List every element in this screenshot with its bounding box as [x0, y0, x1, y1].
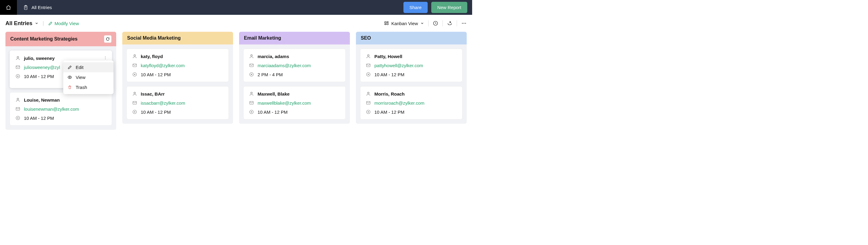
share-button[interactable]: Share	[403, 2, 428, 13]
more-button[interactable]	[461, 21, 467, 26]
column-header: Social Media Marketing	[122, 32, 233, 44]
card-name-row: marcia, adams	[249, 54, 340, 59]
svg-rect-27	[133, 101, 136, 104]
column-header: SEO	[356, 32, 467, 44]
svg-point-30	[251, 55, 252, 56]
card-time-row: 10 AM - 12 PM	[132, 72, 223, 77]
kanban-card[interactable]: Maxwell, Blakemaxwellblake@zylker.com10 …	[243, 86, 346, 119]
card-email-row: maxwellblake@zylker.com	[249, 100, 340, 105]
kanban-card[interactable]: marcia, adamsmarciaadams@zylker.com2 PM …	[243, 49, 346, 82]
svg-point-41	[368, 74, 369, 75]
svg-point-38	[367, 55, 369, 56]
card-name: Maxwell, Blake	[257, 92, 290, 96]
card-email-row: pattyhowell@zylker.com	[366, 63, 457, 68]
card-name-row: katy, floyd	[132, 54, 223, 59]
kanban-card[interactable]: julio, sweeneyjuliosweeney@zyl10 AM - 12…	[10, 50, 112, 88]
right-controls: Kanban View	[384, 20, 467, 26]
page-title: All Entries	[31, 5, 52, 10]
card-email-row: louisenewman@zylker.com	[16, 106, 106, 111]
card-time: 10 AM - 12 PM	[374, 110, 404, 114]
history-button[interactable]	[433, 21, 438, 26]
card-time-row: 2 PM - 4 PM	[249, 72, 340, 77]
kanban-card[interactable]: katy, floydkatyfloyd@zylker.com10 AM - 1…	[126, 49, 229, 82]
mail-icon	[366, 63, 371, 68]
card-email[interactable]: marciaadams@zylker.com	[257, 63, 311, 68]
share-export-button[interactable]	[447, 21, 453, 26]
ctx-trash-label: Trash	[76, 85, 87, 90]
kanban-card[interactable]: Issac, BArrissacbarr@zylker.com10 AM - 1…	[126, 86, 229, 119]
person-icon	[366, 91, 371, 96]
column-title: Social Media Marketing	[127, 35, 181, 41]
view-title-label: All Entries	[5, 20, 32, 27]
card-time: 10 AM - 12 PM	[257, 110, 287, 114]
svg-rect-11	[16, 66, 20, 68]
mail-icon	[132, 63, 137, 68]
ctx-edit[interactable]: Edit	[63, 62, 114, 72]
more-vertical-icon	[103, 56, 107, 60]
card-email-row: marciaadams@zylker.com	[249, 63, 340, 68]
svg-point-21	[18, 118, 19, 118]
svg-point-25	[134, 74, 135, 75]
eye-icon	[67, 75, 72, 79]
home-button[interactable]	[0, 0, 17, 15]
mail-icon	[366, 100, 371, 105]
clock-icon	[433, 21, 438, 26]
card-email[interactable]: katyfloyd@zylker.com	[141, 63, 185, 68]
card-time: 10 AM - 12 PM	[141, 72, 171, 77]
svg-point-9	[465, 23, 466, 24]
ctx-view-label: View	[76, 75, 85, 80]
card-time: 10 AM - 12 PM	[141, 110, 171, 114]
svg-point-18	[17, 98, 19, 100]
ctx-view[interactable]: View	[63, 72, 114, 82]
card-time-row: 10 AM - 12 PM	[366, 109, 457, 114]
card-email-row: issacbarr@zylker.com	[132, 100, 223, 105]
card-email[interactable]: issacbarr@zylker.com	[141, 101, 185, 105]
clipboard-icon	[23, 5, 28, 10]
svg-point-34	[251, 92, 252, 94]
svg-point-26	[134, 92, 135, 94]
card-time: 10 AM - 12 PM	[24, 116, 54, 120]
svg-point-17	[69, 77, 70, 78]
svg-point-15	[105, 58, 105, 58]
mail-icon	[249, 100, 254, 105]
kanban-board: Content Marketing Strategiesjulio, sween…	[0, 32, 472, 136]
card-time-row: 10 AM - 12 PM	[16, 115, 106, 120]
modify-view-button[interactable]: Modify View	[48, 21, 79, 26]
card-name: julio, sweeney	[24, 56, 55, 61]
svg-point-42	[367, 92, 369, 94]
new-report-button[interactable]: New Report	[431, 2, 467, 13]
card-time-row: 10 AM - 12 PM	[366, 72, 457, 77]
clock-icon	[249, 109, 254, 114]
card-email[interactable]: maxwellblake@zylker.com	[257, 101, 311, 105]
divider	[442, 20, 443, 26]
card-email[interactable]: louisenewman@zylker.com	[24, 107, 79, 111]
column-body: julio, sweeneyjuliosweeney@zyl10 AM - 12…	[5, 46, 116, 130]
svg-point-29	[134, 112, 135, 112]
kanban-icon	[384, 21, 389, 26]
kanban-card[interactable]: Patty, Howellpattyhowell@zylker.com10 AM…	[360, 49, 462, 82]
ctx-trash[interactable]: Trash	[63, 82, 114, 92]
kanban-card[interactable]: Louise, Newmanlouisenewman@zylker.com10 …	[10, 92, 112, 126]
column-header: Email Marketing	[239, 32, 350, 44]
view-title-dropdown[interactable]: All Entries	[5, 20, 38, 27]
svg-point-8	[464, 23, 465, 24]
svg-rect-2	[385, 22, 386, 23]
svg-rect-35	[250, 101, 253, 104]
view-mode-label: Kanban View	[391, 21, 418, 26]
separator: |	[43, 21, 44, 26]
card-email-row: katyfloyd@zylker.com	[132, 63, 223, 68]
kanban-column: Social Media Marketingkaty, floydkatyflo…	[122, 32, 233, 124]
kanban-card[interactable]: Morris, Roachmorrisroach@zylker.com10 AM…	[360, 86, 462, 119]
person-icon	[16, 97, 20, 102]
chevron-down-icon	[35, 22, 38, 25]
card-more-button[interactable]	[103, 56, 107, 60]
clock-icon	[366, 72, 371, 77]
clock-icon	[366, 109, 371, 114]
card-email[interactable]: morrisroach@zylker.com	[374, 101, 424, 105]
svg-point-37	[251, 112, 252, 112]
refresh-button[interactable]	[104, 35, 112, 43]
view-mode-dropdown[interactable]: Kanban View	[384, 21, 424, 26]
card-email[interactable]: juliosweeney@zyl	[24, 65, 60, 70]
svg-rect-39	[367, 64, 370, 67]
card-email[interactable]: pattyhowell@zylker.com	[374, 63, 423, 68]
